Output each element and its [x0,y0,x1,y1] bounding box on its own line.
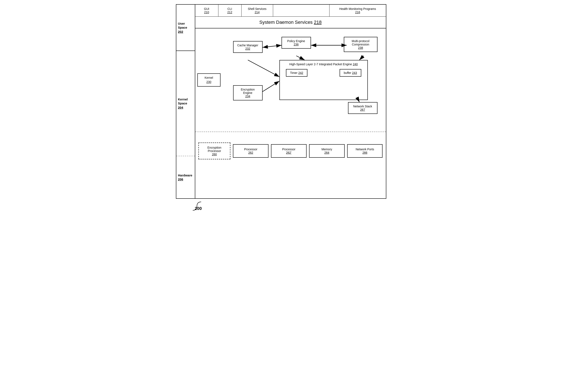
encryption-processor-box: Encryption Processor 260 [199,143,231,159]
enc-proc-number: 260 [201,153,228,156]
health-monitoring-box: Health Monitoring Programs 216 [329,5,386,16]
buffer-box: buffer 243 [340,69,361,77]
left-labels: User Space 202 Kernel Space 204 Hardware… [176,5,195,198]
kernel-inner-box: Kernel 230 [197,73,221,86]
kernel-number: 230 [200,80,218,84]
kernel-name: Kernel [200,76,218,80]
policy-engine-name: Policy Engine [285,39,308,43]
multi-protocol-number: 238 [347,46,374,49]
packet-engine-box: High-Speed Layer 2-7 Integrated Packet E… [280,60,368,100]
policy-engine-box: Policy Engine 236 [281,37,311,49]
timer-box: Timer 242 [286,69,308,77]
cache-manager-box: Cache Manager 232 [233,41,263,53]
network-stack-name: Network Stack [351,105,374,108]
hardware-section: Encryption Processor 260 Processor 262 P… [195,132,386,170]
cli-number: 212 [222,11,238,14]
user-space-text: User Space [178,22,187,29]
main-container: User Space 202 Kernel Space 204 Hardware… [176,4,386,199]
user-space-boxes: GUI 210 CLI 212 Shell Services 214 Healt… [195,5,386,16]
net-ports-number: 266 [351,151,378,154]
shell-services-name: Shell Services [245,7,270,11]
cli-box: CLI 212 [218,5,242,16]
net-ports-name: Network Ports [351,148,378,151]
svg-line-5 [359,56,363,60]
multi-protocol-name: Multi-protocol Compression [347,39,374,46]
kernel-space-label: Kernel Space 204 [176,51,195,156]
hardware-label: Hardware 206 [176,156,195,198]
processor-box: Processor 262 [233,144,269,158]
fig-label: 200 [195,206,202,211]
packet-engine-inner: Timer 242 buffer 243 [283,69,364,77]
diagram-wrapper: User Space 202 Kernel Space 204 Hardware… [176,4,386,215]
user-space-number: 202 [178,30,183,34]
hardware-text: Hardware [178,173,192,177]
encryption-engine-box: Encryption Engine 234 [233,85,263,100]
kernel-content: Cache Manager 232 Encryption Engine 234 … [229,33,382,127]
multi-protocol-box: Multi-protocol Compression 238 [344,37,377,52]
system-daemon-bar: System Daemon Services 218 [195,16,386,28]
svg-line-7 [263,81,280,92]
kernel-space-number: 204 [178,106,183,109]
gui-name: GUI [199,7,215,11]
hardware-number: 206 [178,178,183,181]
kernel-space-text: Kernel Space [178,97,188,105]
proc1-name: Processor [237,148,264,151]
processor2-box: Processor 262' [271,144,306,158]
gui-box: GUI 210 [195,5,218,16]
user-space-row: GUI 210 CLI 212 Shell Services 214 Healt… [195,5,386,28]
kernel-section: Kernel 230 Cache Manager 232 Encryption … [195,28,386,132]
shell-services-number: 214 [245,11,270,14]
svg-line-6 [248,60,280,77]
enc-proc-name: Encryption Processor [201,146,228,153]
proc1-number: 262 [237,151,264,154]
daemon-number: 218 [314,20,322,25]
health-monitoring-name: Health Monitoring Programs [333,7,383,11]
memory-name: Memory [313,148,340,151]
content-area: GUI 210 CLI 212 Shell Services 214 Healt… [195,5,386,198]
svg-line-4 [296,56,305,60]
network-ports-box: Network Ports 266 [347,144,383,158]
empty-box [273,5,330,16]
user-space-label: User Space 202 [176,5,195,51]
cli-name: CLI [222,7,238,11]
network-stack-number: 267 [351,108,374,111]
proc2-number: 262' [275,151,302,154]
fig-label-area: 200 [176,199,386,215]
gui-number: 210 [199,11,215,14]
health-monitoring-number: 216 [333,11,383,14]
encryption-engine-name: Encryption Engine [236,88,259,95]
memory-number: 264 [313,151,340,154]
kernel-box: Kernel 230 [197,73,221,86]
cache-manager-number: 232 [236,47,259,50]
network-stack-box: Network Stack 267 [348,102,377,114]
cache-manager-name: Cache Manager [236,44,259,47]
daemon-name: System Daemon Services [259,20,313,25]
policy-engine-number: 236 [285,43,308,46]
proc2-name: Processor [275,148,302,151]
memory-box: Memory 264 [309,144,345,158]
svg-line-2 [263,45,281,47]
encryption-engine-number: 234 [236,95,259,98]
shell-services-box: Shell Services 214 [242,5,273,16]
packet-engine-name: High-Speed Layer 2-7 Integrated Packet E… [283,62,364,66]
